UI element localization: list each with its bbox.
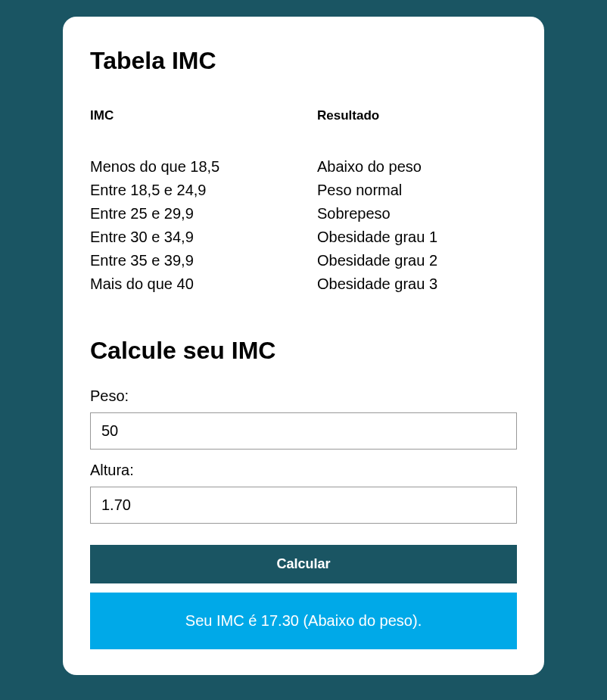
imc-table-body: Menos do que 18,5 Entre 18,5 e 24,9 Entr… bbox=[90, 155, 517, 296]
table-cell-result: Obesidade grau 3 bbox=[317, 272, 517, 296]
imc-card: Tabela IMC IMC Resultado Menos do que 18… bbox=[63, 17, 544, 675]
table-cell-range: Menos do que 18,5 bbox=[90, 155, 317, 179]
table-cell-range: Entre 30 e 34,9 bbox=[90, 226, 317, 249]
table-cell-range: Entre 25 e 29,9 bbox=[90, 202, 317, 226]
calculate-button[interactable]: Calcular bbox=[90, 545, 517, 583]
header-result: Resultado bbox=[317, 108, 517, 123]
table-cell-result: Abaixo do peso bbox=[317, 155, 517, 179]
header-imc: IMC bbox=[90, 108, 317, 123]
table-title: Tabela IMC bbox=[90, 47, 517, 75]
table-header-row: IMC Resultado bbox=[90, 108, 517, 123]
imc-range-column: Menos do que 18,5 Entre 18,5 e 24,9 Entr… bbox=[90, 155, 317, 296]
table-cell-result: Obesidade grau 1 bbox=[317, 226, 517, 249]
table-cell-result: Peso normal bbox=[317, 179, 517, 202]
height-label: Altura: bbox=[90, 462, 517, 479]
weight-label: Peso: bbox=[90, 387, 517, 405]
table-cell-result: Obesidade grau 2 bbox=[317, 249, 517, 272]
imc-result-column: Abaixo do peso Peso normal Sobrepeso Obe… bbox=[317, 155, 517, 296]
result-output: Seu IMC é 17.30 (Abaixo do peso). bbox=[90, 593, 517, 649]
table-cell-range: Entre 35 e 39,9 bbox=[90, 249, 317, 272]
height-input[interactable] bbox=[90, 487, 517, 524]
weight-input[interactable] bbox=[90, 412, 517, 450]
table-cell-range: Entre 18,5 e 24,9 bbox=[90, 179, 317, 202]
form-title: Calcule seu IMC bbox=[90, 337, 517, 365]
table-cell-range: Mais do que 40 bbox=[90, 272, 317, 296]
table-cell-result: Sobrepeso bbox=[317, 202, 517, 226]
